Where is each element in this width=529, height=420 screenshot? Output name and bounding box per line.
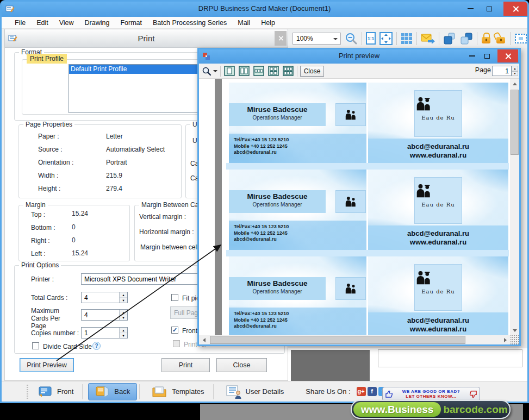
facebook-icon[interactable]: f	[368, 387, 377, 396]
print-button[interactable]: Print	[161, 358, 210, 372]
print-profile-listbox[interactable]: Default Print Profile	[69, 64, 208, 113]
divide-card-side-checkbox[interactable]	[32, 342, 39, 349]
preview-toolbar-close-button[interactable]: Close	[300, 66, 324, 77]
stepper-up-icon[interactable]: ▲	[120, 292, 127, 298]
people-icon	[344, 109, 357, 121]
preview-maximize-button[interactable]	[480, 49, 494, 62]
page-stepper[interactable]: ▲▼	[512, 66, 518, 76]
horizontal-scroll-thumb[interactable]	[210, 336, 465, 344]
menu-edit[interactable]: Edit	[31, 19, 54, 27]
bring-forward-icon[interactable]	[443, 32, 456, 46]
three-page-icon[interactable]	[253, 66, 265, 76]
horizontal-scrollbar[interactable]	[199, 335, 510, 344]
templates-icon	[152, 385, 168, 398]
stepper-down-icon[interactable]: ▼	[120, 298, 127, 303]
stepper-up-icon[interactable]: ▲	[120, 310, 127, 315]
menu-file[interactable]: File	[9, 19, 31, 27]
preview-minimize-button[interactable]	[465, 49, 479, 62]
contact-line: Mobile +40 12 252 1245	[234, 143, 289, 150]
workspace-panel	[378, 349, 522, 367]
close-button[interactable]	[503, 2, 527, 16]
scroll-up-icon[interactable]	[510, 79, 519, 88]
menu-mail[interactable]: Mail	[232, 19, 256, 27]
card-email: abcd@eduranal.ru	[368, 316, 508, 325]
toolbar-grip[interactable]	[27, 385, 28, 399]
four-page-icon[interactable]	[267, 66, 279, 76]
scroll-down-icon[interactable]	[510, 326, 519, 335]
max-cards-stepper[interactable]: 4 ▲▼	[81, 309, 128, 321]
preview-content: Miruse Badescue Operations Manager Tel/F…	[199, 79, 519, 344]
menu-drawing[interactable]: Drawing	[79, 19, 115, 27]
stepper-down-icon[interactable]: ▼	[512, 71, 518, 77]
panel-close-button[interactable]	[275, 31, 287, 46]
vertical-scroll-thumb[interactable]	[511, 90, 519, 155]
menu-help[interactable]: Help	[256, 19, 281, 27]
back-button[interactable]: Back	[88, 383, 137, 400]
one-page-icon[interactable]	[223, 66, 235, 76]
close-dialog-button[interactable]: Close	[216, 358, 267, 372]
zoom-tool-icon[interactable]	[202, 66, 217, 76]
user-details-button[interactable]: User Details	[219, 383, 291, 400]
grid-icon[interactable]	[401, 32, 413, 46]
total-cards-stepper[interactable]: 4 ▲▼	[81, 292, 128, 303]
print-preview-button[interactable]: Print Preview	[20, 358, 74, 372]
toolbar-separator	[396, 32, 397, 45]
chevron-down-icon	[333, 38, 338, 42]
card-role: Operations Manager	[229, 115, 326, 121]
maximize-icon	[487, 7, 492, 11]
contact-line: Tel/Fax:+40 15 123 5210	[234, 224, 289, 230]
total-cards-label: Total Cards :	[31, 294, 67, 302]
profile-list-item[interactable]: Default Print Profile	[69, 65, 207, 74]
page-label: Page	[475, 66, 491, 74]
print-all-checkbox[interactable]	[173, 340, 180, 347]
zoom-out-icon[interactable]	[345, 32, 358, 46]
business-card-back: Eau de Ru abcd@eduranal.ru www.eduranal.…	[368, 83, 508, 163]
stepper-down-icon[interactable]: ▼	[120, 315, 127, 320]
fit-window-icon[interactable]	[379, 32, 393, 46]
resize-grip[interactable]	[510, 335, 519, 344]
printer-combobox[interactable]: Microsoft XPS Document Writer	[81, 273, 205, 285]
copies-stepper[interactable]: 1 ▲▼	[81, 327, 128, 338]
menu-format[interactable]: Format	[115, 19, 147, 27]
lock-icon[interactable]	[481, 32, 491, 46]
horizontal-margin-label: Horizontal margin :	[139, 228, 194, 236]
help-icon[interactable]: ?	[92, 342, 101, 350]
mail-icon[interactable]	[421, 32, 435, 46]
print-panel-header: Print	[4, 29, 288, 48]
minimize-button[interactable]	[462, 2, 478, 16]
googleplus-icon[interactable]: g+	[357, 387, 366, 396]
page-number-input[interactable]: 1	[492, 66, 512, 76]
panel-title: Print	[5, 34, 288, 43]
toolbar-separator	[416, 32, 417, 45]
business-card-front: Miruse Badescue Operations Manager Tel/F…	[229, 256, 366, 335]
brand-name: Eau de Ru	[415, 202, 462, 208]
scroll-left-icon[interactable]	[199, 335, 208, 344]
stepper-up-icon[interactable]: ▲	[120, 328, 127, 333]
front-button[interactable]: Front	[32, 383, 80, 400]
two-page-icon[interactable]	[238, 66, 250, 76]
menu-batch-processing-series[interactable]: Batch Processing Series	[147, 19, 232, 27]
actual-size-icon[interactable]: 1:1	[366, 32, 376, 45]
fit-picture-checkbox[interactable]	[171, 294, 178, 301]
menu-view[interactable]: View	[54, 19, 79, 27]
vertical-scrollbar[interactable]	[510, 79, 519, 335]
zoom-combobox[interactable]: 100%	[292, 33, 341, 45]
card-name: Miruse Badescue	[229, 279, 326, 287]
send-backward-icon[interactable]	[460, 32, 473, 46]
preview-close-button[interactable]	[497, 49, 518, 62]
feedback-badge[interactable]: WE ARE GOOD OR BAD? LET OTHERS KNOW...	[382, 387, 480, 401]
card-name-band: Miruse Badescue Operations Manager	[229, 103, 326, 126]
select-canvas-icon[interactable]	[514, 32, 527, 46]
toolbar-separator	[213, 384, 214, 399]
stepper-down-icon[interactable]: ▼	[120, 333, 127, 338]
unlock-icon[interactable]	[495, 32, 506, 46]
preview-row: Miruse Badescue Operations Manager Tel/F…	[223, 170, 510, 256]
templates-button[interactable]: Templates	[145, 383, 210, 400]
maximize-button[interactable]	[481, 2, 497, 16]
six-page-icon[interactable]	[282, 66, 294, 76]
front-side-checkbox[interactable]: ✓	[171, 327, 178, 334]
stepper-up-icon[interactable]: ▲	[512, 66, 518, 71]
scroll-right-icon[interactable]	[501, 335, 510, 344]
height-label: Height :	[38, 185, 60, 192]
margin-right-value: 0	[72, 236, 76, 244]
